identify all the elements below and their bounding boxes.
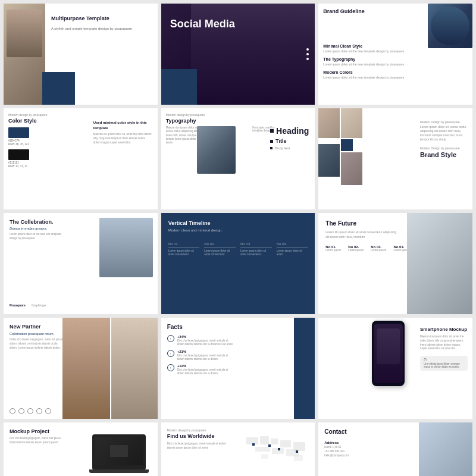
sina-label: Modern Design by pixasquare: [420, 120, 468, 124]
fact-icon-2: ↑: [167, 350, 174, 357]
photo-bl: [318, 144, 340, 177]
laptop-screen: [95, 437, 143, 465]
logo1: Pixasquare: [10, 303, 26, 307]
text3: Lorem ipsum dolor sit amet consectetur: [240, 249, 272, 257]
dot-3: [306, 58, 309, 60]
heading-square: [270, 129, 274, 133]
timeline-subtitle: Modern clean and minimal design.: [168, 228, 308, 233]
body-square: [270, 147, 273, 149]
sina-text: Lorem ipsum dolor sit, conse ctetur adip…: [420, 125, 468, 142]
svg-rect-11: [268, 444, 271, 447]
item2-text: Lorem ipsum dolor sit the new template d…: [323, 62, 468, 67]
future-item-2: No 02. Lorem ipsum: [348, 245, 364, 252]
partner-photo-2: [111, 318, 158, 419]
social-icon-3[interactable]: [27, 408, 33, 414]
timeline-item-4: No 04. Lorem ipsum dolor sit amet: [277, 242, 308, 257]
slide-multipurpose: Multipurpose Template A stylish and simp…: [4, 4, 158, 105]
modern-label: Modern design by pixasquare: [166, 113, 311, 117]
dots-nav: [306, 48, 309, 60]
svg-rect-2: [271, 439, 278, 444]
slide-typography: Modern design by pixasquare Typography M…: [161, 108, 315, 209]
text4: Lorem ipsum dolor sit amet: [277, 249, 308, 257]
slide-title: Social Media: [170, 18, 235, 30]
slide-find-worldwide: Modern design by pixasquare Find us Worl…: [161, 422, 315, 476]
slide-subtitle: A stylish and simple template design by …: [51, 26, 153, 31]
social-icon-2[interactable]: [18, 408, 24, 414]
fact-percent-1: +34%: [177, 335, 234, 339]
title-text: Title: [275, 138, 286, 144]
fact-text-1: Dint cho faued gutgutgam, mesti met pla …: [177, 339, 234, 347]
title-row: Title: [270, 138, 309, 144]
color-info-2: #111111 RGB: 17, 17, 17: [8, 161, 153, 169]
text3: Lorem ipsum: [371, 249, 386, 252]
laptop-base: [89, 469, 149, 473]
text1: Lorem ipsum dolor sit amet consectetur: [168, 249, 200, 257]
year3: No 03.: [240, 242, 272, 246]
modern-label: Modern design by pixasquare: [8, 113, 153, 117]
timeline-item-3: No 03. Lorem ipsum dolor sit amet consec…: [240, 242, 272, 257]
chat-bubble: 💬 Uno eltmja jasm frioen conque masa ie …: [420, 356, 468, 371]
timeline-item-2: No 02. Lorem ipsum dolor sit amet consec…: [204, 242, 236, 257]
blue-sq: [341, 139, 353, 151]
fact-icon-1: ↑: [167, 335, 174, 342]
slide-title: Smartphone Mockup: [420, 327, 468, 332]
sm-content: Smartphone Mockup Maecen ios ipsum dolor…: [420, 327, 468, 371]
slide-social-media: Social Media: [161, 4, 315, 105]
title-square: [270, 140, 273, 143]
heading-text: Heading: [276, 126, 309, 136]
slide-brand-style: Modern Design by pixasquare Lorem ipsum …: [318, 108, 472, 209]
svg-rect-1: [260, 436, 269, 444]
address-text: Name 1.40.51 +51 987 654 321 hello@compa…: [324, 446, 466, 458]
worldwide-text: Dint cho faued gutgutgam, mesti met pla …: [167, 442, 227, 450]
color-swatch-1: [8, 127, 29, 138]
social-icon-4[interactable]: [36, 408, 42, 414]
laptop-mockup: [92, 434, 146, 470]
slide-facts: Facts ↑ +34% Dint cho faued gutgutgam, m…: [161, 318, 315, 419]
photo-tr: [341, 108, 362, 138]
heading-row: Heading: [270, 126, 309, 136]
world-map-svg: [243, 431, 309, 473]
social-icon-5[interactable]: [45, 408, 51, 414]
fact-item-1: ↑ +34% Dint cho faued gutgutgam, mesti m…: [167, 335, 309, 347]
heading-items: Heading Title Body text: [270, 126, 309, 152]
item1-text: Lorem ipsum dolor sit the new template d…: [323, 49, 468, 54]
fact-item-2: ↑ +21% Dint cho faued gutgutgam, mesti m…: [167, 350, 309, 362]
slide-title: Facts: [167, 324, 309, 330]
svg-rect-12: [296, 450, 298, 453]
person-photo: [4, 4, 45, 105]
slide-title: Typography: [166, 118, 311, 124]
social-icon-1[interactable]: [10, 408, 15, 414]
slide-the-future: The Future Lorem illo ipsum dolor sit am…: [318, 213, 472, 314]
slide-color-style: Modern design by pixasquare Color Style …: [4, 108, 158, 209]
slide-title: Contact: [324, 428, 466, 435]
blue-accent: [42, 72, 75, 105]
slide-title: Brand Style: [420, 151, 468, 158]
svg-rect-13: [278, 448, 280, 450]
map-area: [243, 431, 309, 476]
fact-text-3: Dint cho faued gutgutgam, mesti met pla …: [177, 368, 234, 376]
fact-text-2: Dint cho faued gutgutgam, mesti met pla …: [177, 354, 234, 362]
social-icons: [10, 408, 51, 414]
line2: [204, 247, 236, 248]
year2: No 02.: [204, 242, 236, 246]
right-detail: Maecen ios ipsum dolor sit, amet the onk…: [93, 133, 153, 145]
slide-collebration: The Collebration. Donca in endas areans.…: [4, 213, 158, 314]
phone-mockup: [372, 321, 405, 386]
dot-2: [306, 53, 309, 55]
text2: Lorem ipsum: [348, 249, 364, 252]
fact-percent-2: +21%: [177, 350, 234, 353]
body-text: Body text: [275, 146, 290, 150]
phone-screen: [374, 324, 403, 383]
item2-title: The Typography: [323, 57, 468, 61]
text1: Lorem ipsum: [325, 249, 341, 252]
future-text: Lorem illo ipsum dolor sit amet consecte…: [325, 230, 397, 239]
text2: Lorem ipsum dolor sit amet consectetur: [204, 249, 236, 257]
fact-percent-3: +12%: [177, 364, 234, 368]
building-photo: [99, 218, 153, 277]
slide-smartphone-mockup: Smartphone Mockup Maecen ios ipsum dolor…: [318, 318, 472, 419]
svg-rect-8: [261, 454, 268, 459]
item3-text: Lorem ipsum dolor sit the new template d…: [323, 76, 468, 80]
mockup-text: Dint cho faued gutgutgam, mesti met pla …: [10, 437, 63, 445]
right-text: Used minimal color style in this templat…: [93, 120, 153, 145]
slide-title: Mockup Project: [10, 428, 152, 434]
